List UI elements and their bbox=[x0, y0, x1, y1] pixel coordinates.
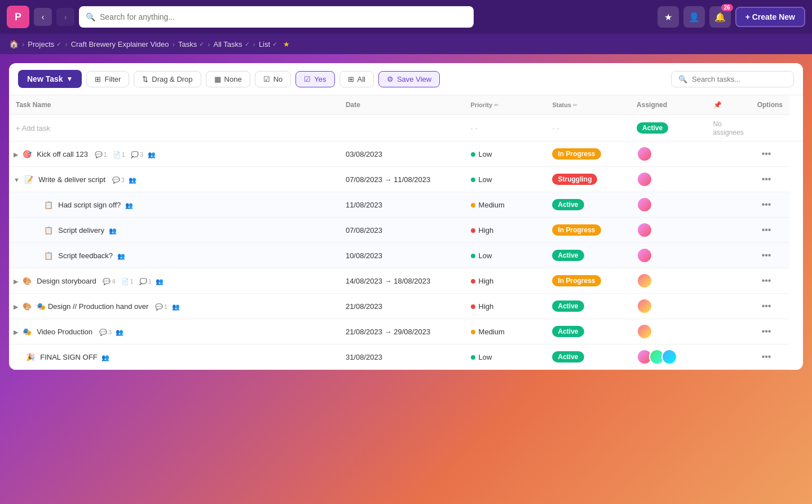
forward-button[interactable]: › bbox=[56, 8, 74, 26]
avatar bbox=[637, 222, 652, 238]
th-priority[interactable]: Priority ✏ bbox=[464, 95, 546, 115]
global-search-input[interactable] bbox=[100, 12, 467, 21]
task-name-text: Kick off call 123 bbox=[37, 150, 88, 158]
favorites-button[interactable]: ★ bbox=[657, 6, 679, 28]
th-pin: 📌 bbox=[707, 95, 751, 115]
table-row[interactable]: ▶ 🎯 Kick off call 123 💬1📄1💭3 👥 03/08/202… bbox=[9, 142, 803, 167]
drag-icon: ⇅ bbox=[142, 75, 148, 83]
notifications-button[interactable]: 🔔 26 bbox=[709, 6, 731, 28]
all-button[interactable]: ⊞ All bbox=[339, 71, 374, 87]
task-options-cell: ••• bbox=[751, 294, 789, 319]
options-button[interactable]: ••• bbox=[757, 248, 776, 263]
task-name-cell: ▶ 🎯 Kick off call 123 💬1📄1💭3 👥 bbox=[9, 142, 339, 167]
avatar-group bbox=[637, 247, 700, 263]
none-button[interactable]: ▦ None bbox=[206, 71, 250, 87]
filter-button[interactable]: ⊞ Filter bbox=[86, 71, 129, 87]
chat-icon: 💭 bbox=[131, 151, 139, 158]
status-badge: Active bbox=[552, 199, 584, 210]
task-name-cell: ▶ 🎨 🎭 Design // Production hand over 💬1 … bbox=[9, 294, 339, 319]
breadcrumb-projects[interactable]: Projects ✓ bbox=[28, 40, 61, 48]
th-status[interactable]: Status ✏ bbox=[545, 95, 630, 115]
task-pin-cell bbox=[707, 243, 751, 268]
table-row[interactable]: ▶ 🎨 Design storyboard 💬4📄1💭1 👥 14/08/202… bbox=[9, 268, 803, 294]
options-button[interactable]: ••• bbox=[757, 197, 776, 212]
expand-button[interactable]: ▶ bbox=[14, 329, 18, 336]
avatar bbox=[637, 273, 652, 289]
avatar-group bbox=[637, 298, 700, 314]
task-assigned-cell bbox=[630, 142, 707, 167]
yes-button[interactable]: ☑ Yes bbox=[295, 71, 334, 87]
new-task-button[interactable]: New Task ▼ bbox=[18, 70, 82, 88]
options-button[interactable]: ••• bbox=[757, 172, 776, 187]
breadcrumb-project-name[interactable]: Craft Brewery Explainer Video bbox=[71, 40, 169, 48]
options-button[interactable]: ••• bbox=[757, 273, 776, 288]
expand-button[interactable]: ▶ bbox=[14, 303, 18, 311]
expand-button[interactable]: ▶ bbox=[14, 278, 18, 285]
status-badge: In Progress bbox=[552, 148, 601, 160]
task-name-cell: ▶ 🎭 Video Production 💬3 👥 bbox=[9, 319, 339, 344]
save-view-button[interactable]: ⚙ Save View bbox=[378, 71, 440, 87]
breadcrumb-all-tasks[interactable]: All Tasks ✓ bbox=[213, 40, 249, 48]
no-assignees-label: No assignees bbox=[713, 120, 744, 136]
task-pin-cell bbox=[707, 142, 751, 167]
table-row[interactable]: 🎉 FINAL SIGN OFF 👥 31/08/2023 Low Active… bbox=[9, 344, 803, 370]
task-status-cell: Active bbox=[545, 243, 630, 268]
options-button[interactable]: ••• bbox=[757, 299, 776, 313]
add-task-row[interactable]: + Add task- -- -ActiveNo assignees bbox=[9, 115, 803, 142]
expand-button[interactable]: ▶ bbox=[14, 151, 18, 158]
status-badge: In Progress bbox=[552, 275, 601, 286]
priority-dot bbox=[471, 228, 475, 233]
status-badge: Struggling bbox=[552, 174, 597, 185]
breadcrumb-tasks[interactable]: Tasks ✓ bbox=[178, 40, 204, 48]
task-priority-cell: Medium bbox=[464, 192, 546, 218]
dropdown-arrow-icon: ▼ bbox=[67, 75, 73, 83]
options-button[interactable]: ••• bbox=[757, 147, 776, 161]
avatar bbox=[637, 247, 652, 263]
add-task-button[interactable]: + Add task bbox=[16, 122, 50, 135]
file-icon: 📄 bbox=[121, 278, 129, 285]
table-row[interactable]: 📋 Had script sign off? 👥 11/08/2023 Medi… bbox=[9, 192, 803, 218]
task-assigned-cell bbox=[630, 268, 707, 294]
options-button[interactable]: ••• bbox=[757, 350, 776, 364]
table-row[interactable]: ▶ 🎨 🎭 Design // Production hand over 💬1 … bbox=[9, 294, 803, 319]
back-button[interactable]: ‹ bbox=[34, 8, 52, 26]
star-favorite-icon[interactable]: ★ bbox=[283, 40, 290, 48]
task-status-cell: In Progress bbox=[545, 268, 630, 294]
task-search-input[interactable] bbox=[692, 75, 787, 83]
task-status-cell: Struggling bbox=[545, 167, 630, 192]
yes-icon: ☑ bbox=[304, 75, 311, 83]
avatar-group bbox=[637, 222, 700, 238]
options-button[interactable]: ••• bbox=[757, 223, 776, 237]
priority-dot bbox=[471, 279, 475, 284]
comment-icon: 💬 bbox=[103, 278, 111, 285]
table-row[interactable]: ▶ 🎭 Video Production 💬3 👥 21/08/2023 → 2… bbox=[9, 319, 803, 344]
task-icon: 📝 bbox=[24, 175, 33, 184]
status-badge: In Progress bbox=[552, 224, 601, 236]
table-row[interactable]: 📋 Script feedback? 👥 10/08/2023 Low Acti… bbox=[9, 243, 803, 268]
task-date-cell: 11/08/2023 bbox=[339, 192, 464, 218]
task-date-cell: 31/08/2023 bbox=[339, 344, 464, 370]
table-row[interactable]: ▼ 📝 Write & deliver script 💬3 👥 07/08/20… bbox=[9, 167, 803, 192]
breadcrumb-list[interactable]: List ✓ bbox=[259, 40, 277, 48]
user-button[interactable]: 👤 bbox=[683, 6, 705, 28]
task-options-cell: ••• bbox=[751, 344, 789, 370]
options-button[interactable]: ••• bbox=[757, 324, 776, 339]
table-row[interactable]: 📋 Script delivery 👥 07/08/2023 High In P… bbox=[9, 218, 803, 243]
status-badge: Active bbox=[552, 351, 584, 362]
priority-dot bbox=[471, 355, 475, 360]
task-name-cell: 🎉 FINAL SIGN OFF 👥 bbox=[9, 344, 339, 370]
task-assigned-cell bbox=[630, 319, 707, 344]
no-button[interactable]: ☑ No bbox=[255, 71, 292, 87]
save-icon: ⚙ bbox=[387, 75, 394, 83]
logo[interactable]: P bbox=[7, 6, 29, 28]
create-new-button[interactable]: + Create New bbox=[735, 7, 805, 27]
task-name-text: Had script sign off? bbox=[58, 201, 121, 209]
avatar bbox=[661, 349, 677, 365]
avatar-group bbox=[637, 171, 700, 187]
drag-drop-button[interactable]: ⇅ Drag & Drop bbox=[134, 71, 201, 87]
task-name-cell: 📋 Script feedback? 👥 bbox=[9, 243, 339, 268]
home-icon[interactable]: 🏠 bbox=[9, 39, 19, 48]
expand-button[interactable]: ▼ bbox=[14, 176, 20, 183]
filter-icon: ⊞ bbox=[95, 75, 101, 83]
task-date-cell: 14/08/2023 → 18/08/2023 bbox=[339, 268, 464, 294]
